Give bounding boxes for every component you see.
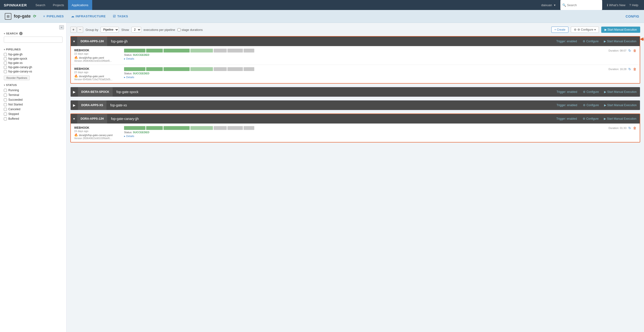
search-icon: 🔍 (562, 3, 566, 7)
collapse-all-button[interactable]: − (77, 26, 83, 33)
progress-seg-5b (214, 67, 227, 71)
sidebar-item-fop-gate-jjh[interactable]: fop-gate-jjh (4, 52, 62, 56)
pipeline-spock-start-manual[interactable]: ▶ Start Manual Execution (601, 90, 640, 94)
status-canceled[interactable]: Canceled (4, 107, 62, 112)
pipeline-jjh-configure[interactable]: ⚙ Configure (581, 40, 600, 43)
delete-icon-canary[interactable]: 🗑 (633, 126, 636, 130)
help-link[interactable]: ? Help (627, 3, 640, 7)
pipeline-search-input[interactable] (4, 36, 62, 43)
sidebar-search-title[interactable]: ▾ SEARCH i (4, 32, 62, 35)
expand-all-button[interactable]: + (70, 26, 76, 33)
sidebar-status-title[interactable]: ▾ STATUS (4, 84, 62, 86)
sidebar-collapse-button[interactable]: « (59, 25, 64, 29)
status-stopped[interactable]: Stopped (4, 112, 62, 116)
pipeline-canary-jjh-configure[interactable]: ⚙ Configure (581, 117, 600, 120)
group-by-select[interactable]: Pipeline (100, 27, 119, 32)
pipeline-canary-jjh-env-badge[interactable]: DORA-APPS-JJH (77, 114, 107, 123)
execution-jjh-1-meta: WEBHOOK 15 days ago 🔥 dora/jjh/fop-gate.… (74, 49, 636, 62)
app-header: ⊟ fop-gate ⟳ ≡ PIPELINES ☁ INFRASTRUCTUR… (0, 10, 644, 23)
retry-icon[interactable]: ↻ (628, 49, 631, 52)
delete-icon[interactable]: 🗑 (633, 49, 636, 52)
nav-applications[interactable]: Applications (68, 0, 92, 10)
pipeline-xs-name: fop-gate-xs (106, 103, 553, 107)
status-succeeded[interactable]: Succeeded (4, 97, 62, 102)
pipeline-jjh-toggle[interactable]: ▾ (71, 36, 77, 46)
pipeline-spock-header: ▶ DORA-BETA-SPOCK fop-gate-spock Trigger… (70, 87, 640, 97)
status-checkbox-running[interactable] (4, 89, 7, 92)
pipeline-spock-configure[interactable]: ⚙ Configure (581, 90, 601, 94)
pipeline-xs-toggle[interactable]: ▶ (70, 100, 78, 110)
sidebar-item-fop-gate-canary-jjh[interactable]: fop-gate-canary-jjh (4, 65, 62, 69)
nav-projects[interactable]: Projects (49, 0, 68, 10)
status-checkbox-buffered[interactable] (4, 117, 7, 120)
sidebar-pipelines-title[interactable]: ▾ PIPELINES (4, 48, 62, 51)
execution-jjh-2-version: Version 6545b8c710e2763a82b05... (74, 78, 122, 81)
configure-button[interactable]: ⚙ ⚙ Configure ▾ (571, 26, 598, 33)
nav-search[interactable]: Search (32, 0, 49, 10)
status-not-started[interactable]: Not Started (4, 102, 62, 107)
execution-jjh-2-left: WEBHOOK 22 days ago 🔥 dora/jjh/fop-gate.… (74, 67, 122, 81)
stage-durations-checkbox[interactable] (178, 28, 180, 31)
execution-jjh-2-repo: 🔥 dora/jjh/fop-gate.yaml (74, 74, 122, 78)
execution-canary-jjh-1-progress (124, 126, 606, 130)
retry-icon-canary[interactable]: ↻ (628, 126, 631, 130)
execution-canary-jjh-1-left: WEBHOOK 15 days ago 🔥 dora/jjh/fop-gate-… (74, 126, 122, 140)
sidebar-item-fop-gate-spock[interactable]: fop-gate-spock (4, 56, 62, 61)
status-checkbox-stopped[interactable] (4, 113, 7, 116)
pipeline-canary-jjh-toggle[interactable]: ▾ (71, 114, 77, 123)
pipeline-xs-env-badge[interactable]: DORA-APPS-XS (78, 100, 106, 110)
status-checkbox-canceled[interactable] (4, 108, 7, 111)
pipeline-jjh-env-badge[interactable]: DORA-APPS-JJH (77, 36, 107, 46)
status-checkbox-not-started[interactable] (4, 103, 7, 106)
pipeline-canary-jjh-start-manual[interactable]: ▶ Start Manual Execution (600, 117, 640, 120)
execution-canary-jjh-1-center: Status: SUCCEEDED ▸ Details (122, 126, 608, 138)
progress-seg-7 (244, 49, 254, 52)
refresh-icon[interactable]: ⟳ (33, 14, 36, 18)
status-running[interactable]: Running (4, 88, 62, 93)
gear-icon: ⚙ (574, 28, 576, 31)
global-search-input[interactable] (567, 3, 600, 7)
progress-seg-c6 (228, 126, 243, 130)
global-search-box[interactable]: 🔍 (560, 0, 602, 10)
pipeline-jjh-start-manual[interactable]: ▶ Start Manual Execution (600, 40, 640, 43)
execution-jjh-1-details[interactable]: ▸ Details (124, 57, 134, 60)
status-checkbox-terminal[interactable] (4, 94, 7, 97)
sidebar-item-fop-gate-canary-xs[interactable]: fop-gate-canary-xs (4, 69, 62, 74)
execution-jjh-1: WEBHOOK 15 days ago 🔥 dora/jjh/fop-gate.… (71, 46, 640, 65)
pipeline-checkbox-canary-jjh[interactable] (4, 66, 7, 69)
retry-icon-2[interactable]: ↻ (628, 67, 631, 71)
pipeline-spock-toggle[interactable]: ▶ (70, 87, 78, 97)
pipeline-xs-configure[interactable]: ⚙ Configure (581, 103, 601, 107)
tab-config[interactable]: CONFIG (626, 14, 639, 18)
execution-jjh-2-details[interactable]: ▸ Details (124, 76, 134, 79)
pipeline-checkbox-spock[interactable] (4, 57, 7, 60)
tab-tasks[interactable]: ☑ TASKS (113, 14, 128, 18)
start-manual-execution-button[interactable]: ▶ Start Manual Execution (601, 26, 640, 33)
pipeline-checkbox-jjh[interactable] (4, 53, 7, 56)
progress-seg-c7 (244, 126, 254, 130)
execution-canary-jjh-1-details[interactable]: ▸ Details (124, 135, 134, 138)
whats-new-link[interactable]: ℹ What's New (605, 3, 627, 7)
status-checkbox-succeeded[interactable] (4, 98, 7, 101)
pipeline-checkbox-xs[interactable] (4, 61, 7, 65)
top-navigation: SPINNAKER Search Projects Applications d… (0, 0, 644, 10)
status-buffered[interactable]: Buffered (4, 116, 62, 121)
create-button[interactable]: + Create (551, 26, 568, 33)
pipeline-xs-container: ▶ DORA-APPS-XS fop-gate-xs Trigger: enab… (70, 100, 640, 110)
execution-jjh-1-right: Duration: 08:07 ↻ 🗑 (608, 49, 636, 52)
pipelines-icon: ≡ (43, 14, 45, 18)
tab-infrastructure[interactable]: ☁ INFRASTRUCTURE (71, 14, 106, 18)
pipeline-spock-env-badge[interactable]: DORA-BETA-SPOCK (78, 87, 113, 97)
sidebar-item-fop-gate-xs[interactable]: fop-gate-xs (4, 61, 62, 65)
pipeline-xs-start-manual[interactable]: ▶ Start Manual Execution (601, 103, 640, 107)
reorder-pipelines-button[interactable]: Reorder Pipelines (4, 75, 30, 80)
app-name-section: ⊟ fop-gate ⟳ (5, 13, 36, 20)
show-count-select[interactable]: 2 (132, 27, 141, 32)
tab-pipelines[interactable]: ≡ PIPELINES (43, 14, 64, 18)
execution-canary-jjh-1-meta: WEBHOOK 15 days ago 🔥 dora/jjh/fop-gate-… (74, 126, 636, 140)
pipeline-checkbox-canary-xs[interactable] (4, 70, 7, 73)
status-terminal[interactable]: Terminal (4, 93, 62, 97)
user-menu[interactable]: daixuan ▾ (540, 3, 558, 7)
stage-durations-toggle[interactable]: stage durations (178, 28, 203, 31)
delete-icon-2[interactable]: 🗑 (633, 67, 636, 71)
